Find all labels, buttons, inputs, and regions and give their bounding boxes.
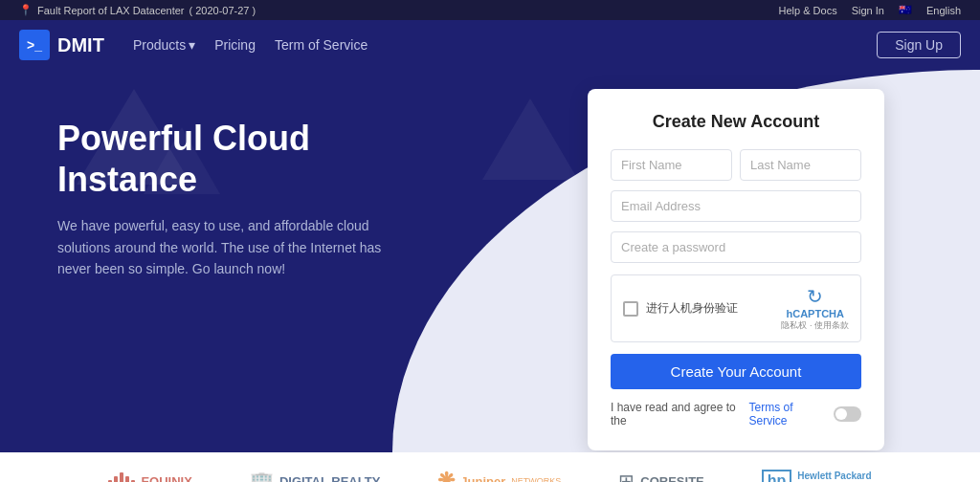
juniper-icon: ❋ <box>437 469 455 482</box>
hero-title: Powerful Cloud Instance <box>57 118 402 200</box>
decorative-triangle-3 <box>482 99 578 180</box>
hp-name-1: Hewlett Packard <box>797 471 871 481</box>
nav-left: >_ DMIT Products ▾ Pricing Term of Servi… <box>19 30 368 60</box>
hero-section: Powerful Cloud Instance We have powerful… <box>57 118 402 280</box>
products-menu[interactable]: Products ▾ <box>133 37 195 53</box>
announcement-message: Fault Report of LAX Datacenter <box>37 5 184 16</box>
captcha-right: ↻ hCAPTCHA 隐私权 · 使用条款 <box>781 285 849 332</box>
hero-subtitle: We have powerful, easy to use, and affor… <box>57 215 402 279</box>
nav-right: Sign Up <box>877 32 961 58</box>
main-area: Powerful Cloud Instance We have powerful… <box>0 70 980 452</box>
tos-link[interactable]: Term of Service <box>275 37 368 53</box>
create-account-button[interactable]: Create Your Account <box>611 354 861 389</box>
partners-bar: EQUINIX 🏢 DIGITAL REALTY ❋ Juniper NETWO… <box>0 452 980 482</box>
signup-button[interactable]: Sign Up <box>877 32 961 58</box>
tos-row: I have read and agree to the Terms of Se… <box>611 401 861 427</box>
announcement-left: 📍 Fault Report of LAX Datacenter ( 2020-… <box>19 4 256 16</box>
form-title: Create New Account <box>611 112 861 132</box>
recaptcha-icon: ↻ <box>781 285 849 308</box>
logo-text: DMIT <box>57 34 104 56</box>
location-icon: 📍 <box>19 4 33 16</box>
last-name-input[interactable] <box>740 149 861 181</box>
captcha-checkbox[interactable] <box>623 301 638 317</box>
digital-realty-icon: 🏢 <box>250 470 274 482</box>
coresite-icon: ⊞ <box>618 470 635 482</box>
email-input[interactable] <box>611 190 861 222</box>
announcement-bar: 📍 Fault Report of LAX Datacenter ( 2020-… <box>0 0 980 20</box>
digital-realty-logo: 🏢 DIGITAL REALTY <box>250 470 380 482</box>
first-name-input[interactable] <box>611 149 732 181</box>
captcha-logo: hCAPTCHA <box>781 308 849 319</box>
captcha-label: 进行人机身份验证 <box>646 300 738 317</box>
flag-icon: 🇦🇺 <box>899 4 912 16</box>
tos-toggle[interactable] <box>834 406 861 422</box>
announcement-right: Help & Docs Sign In 🇦🇺 English <box>779 4 961 16</box>
logo[interactable]: >_ DMIT <box>19 30 104 60</box>
announcement-date: ( 2020-07-27 ) <box>189 5 256 16</box>
juniper-logo: ❋ Juniper NETWORKS <box>437 469 561 482</box>
language-link[interactable]: English <box>926 5 961 16</box>
logo-icon: >_ <box>19 30 50 60</box>
signup-form-card: Create New Account 进行人机身份验证 ↻ hCAPTCHA 隐… <box>588 89 884 450</box>
equinix-logo: EQUINIX <box>108 472 191 482</box>
navbar: >_ DMIT Products ▾ Pricing Term of Servi… <box>0 20 980 70</box>
captcha-sub: 隐私权 · 使用条款 <box>781 319 849 332</box>
hp-logo: hp Hewlett Packard Enterprise <box>762 470 872 482</box>
password-input[interactable] <box>611 231 861 263</box>
name-row <box>611 149 861 181</box>
equinix-name: EQUINIX <box>141 474 191 483</box>
help-docs-link[interactable]: Help & Docs <box>779 5 837 16</box>
digital-realty-name: DIGITAL REALTY <box>279 474 380 482</box>
coresite-name: CORESITE <box>640 474 703 483</box>
equinix-icon <box>108 472 135 482</box>
captcha-left: 进行人机身份验证 <box>623 300 738 317</box>
nav-links: Products ▾ Pricing Term of Service <box>133 37 368 53</box>
coresite-logo: ⊞ CORESITE <box>618 470 703 482</box>
captcha-box[interactable]: 进行人机身份验证 ↻ hCAPTCHA 隐私权 · 使用条款 <box>611 274 861 342</box>
chevron-down-icon: ▾ <box>189 37 195 53</box>
tos-link[interactable]: Terms of Service <box>749 401 828 427</box>
tos-text: I have read and agree to the <box>611 401 744 427</box>
juniper-name: Juniper <box>460 474 505 483</box>
signin-link[interactable]: Sign In <box>852 5 884 16</box>
juniper-sub: NETWORKS <box>511 476 561 482</box>
hp-icon: hp <box>762 470 792 482</box>
pricing-link[interactable]: Pricing <box>214 37 256 53</box>
